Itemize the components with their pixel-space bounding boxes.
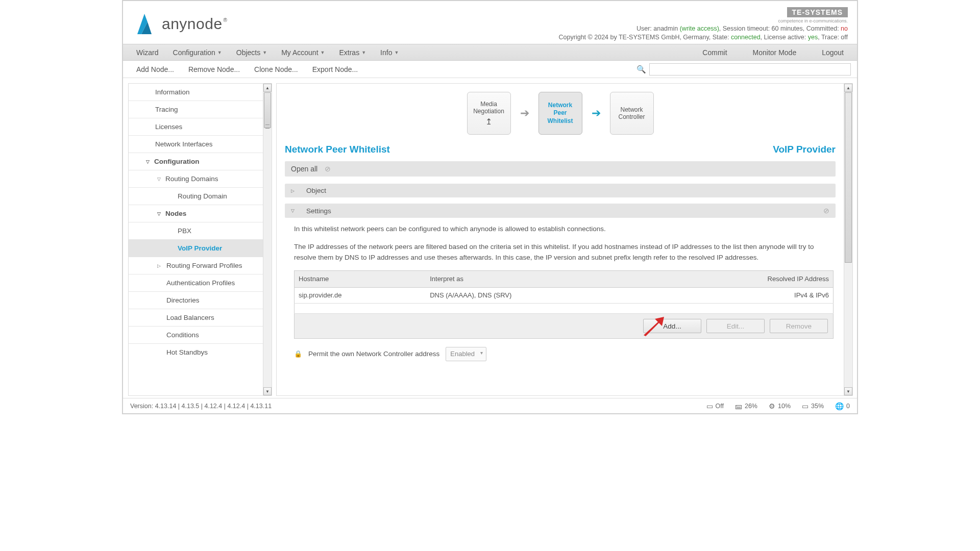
caret-down-icon: ▼ bbox=[262, 50, 267, 55]
edit-button[interactable]: Edit... bbox=[706, 319, 765, 333]
menu-my-account[interactable]: My Account▼ bbox=[274, 45, 332, 60]
flow-network-peer-whitelist[interactable]: Network Peer Whitelist bbox=[538, 92, 582, 135]
disabled-icon: ⊘ bbox=[325, 165, 331, 173]
status-hw: ▭Off bbox=[706, 402, 724, 410]
search-icon: 🔍 bbox=[636, 65, 646, 74]
menu-objects[interactable]: Objects▼ bbox=[229, 45, 274, 60]
lock-icon: 🔒 bbox=[294, 349, 302, 359]
caret-down-icon: ▼ bbox=[321, 50, 325, 55]
permit-select[interactable]: Enabled bbox=[446, 347, 486, 361]
col-resolved: Resolved IP Address bbox=[655, 270, 833, 287]
return-icon: ↥ bbox=[485, 117, 492, 127]
anynode-logo-icon bbox=[132, 10, 157, 39]
sidebar-item-licenses[interactable]: Licenses bbox=[129, 118, 263, 136]
sidebar-item-conditions[interactable]: Conditions bbox=[129, 327, 263, 344]
scroll-down-icon[interactable]: ▼ bbox=[844, 387, 852, 395]
page-subtitle: VoIP Provider bbox=[773, 144, 836, 155]
table-button-row: Add... Edit... Remove bbox=[294, 314, 834, 339]
sidebar-item-pbx[interactable]: PBX bbox=[129, 222, 263, 240]
whitelist-table: Hostname Interpret as Resolved IP Addres… bbox=[294, 270, 834, 314]
content-body: Information Tracing Licenses Network Int… bbox=[123, 78, 857, 398]
brand-logo: anynode® bbox=[132, 7, 226, 41]
vendor-tagline: competence in e-communications. bbox=[778, 18, 848, 23]
brand-name: anynode® bbox=[162, 15, 226, 33]
scroll-thumb[interactable] bbox=[264, 92, 271, 128]
sidebar-item-nodes[interactable]: ▽Nodes bbox=[129, 205, 263, 222]
vendor-logo: TE-SYSTEMS bbox=[787, 7, 848, 17]
copyright-line: Copyright © 2024 by TE-SYSTEMS GmbH, Ger… bbox=[559, 34, 848, 41]
sidebar-item-tracing[interactable]: Tracing bbox=[129, 101, 263, 118]
sidebar-item-network-interfaces[interactable]: Network Interfaces bbox=[129, 136, 263, 153]
sidebar-item-routing-forward-profiles[interactable]: ▷Routing Forward Profiles bbox=[129, 257, 263, 274]
remove-button[interactable]: Remove bbox=[770, 319, 828, 333]
sidebar-scrollbar[interactable]: ▲ ▼ bbox=[263, 84, 272, 395]
sidebar: Information Tracing Licenses Network Int… bbox=[128, 83, 272, 396]
scroll-up-icon[interactable]: ▲ bbox=[844, 84, 852, 92]
flow-media-negotiation[interactable]: Media Negotiation↥ bbox=[467, 92, 511, 135]
section-settings-header[interactable]: ▽ Settings ⊘ bbox=[285, 204, 836, 218]
main-panel: Media Negotiation↥ ➔ Network Peer Whitel… bbox=[276, 83, 853, 396]
open-all-bar[interactable]: Open all ⊘ bbox=[285, 161, 836, 177]
memory-icon: ▭ bbox=[802, 402, 808, 410]
triangle-right-icon: ▷ bbox=[291, 188, 296, 193]
flow-network-controller[interactable]: Network Controller bbox=[610, 92, 654, 135]
triangle-down-icon: ▽ bbox=[157, 211, 161, 216]
arrow-right-icon: ➔ bbox=[592, 107, 601, 120]
triangle-down-icon: ▽ bbox=[157, 177, 161, 182]
sidebar-item-hot-standbys[interactable]: Hot Standbys bbox=[129, 344, 263, 361]
caret-down-icon: ▼ bbox=[217, 50, 222, 55]
add-node-button[interactable]: Add Node... bbox=[129, 63, 181, 76]
col-interpret-as: Interpret as bbox=[426, 270, 655, 287]
status-net: 🌐0 bbox=[835, 402, 850, 410]
permit-row: 🔒 Permit the own Network Controller addr… bbox=[294, 347, 834, 361]
sidebar-item-routing-domain[interactable]: Routing Domain bbox=[129, 188, 263, 205]
card-icon: ▭ bbox=[706, 402, 713, 410]
node-toolbar: Add Node... Remove Node... Clone Node...… bbox=[123, 61, 857, 78]
remove-node-button[interactable]: Remove Node... bbox=[181, 63, 247, 76]
scroll-up-icon[interactable]: ▲ bbox=[263, 84, 272, 92]
disk-icon: 🖴 bbox=[735, 402, 742, 410]
settings-intro-2: The IP addresses of the network peers ar… bbox=[294, 242, 834, 263]
status-bar: Version: 4.13.14 | 4.13.5 | 4.12.4 | 4.1… bbox=[123, 398, 857, 413]
session-line: User: anadmin (write access), Session ti… bbox=[636, 25, 848, 32]
col-hostname: Hostname bbox=[295, 270, 426, 287]
disabled-icon: ⊘ bbox=[823, 207, 829, 215]
version-label: Version: 4.13.14 | 4.13.5 | 4.12.4 | 4.1… bbox=[130, 403, 272, 410]
triangle-down-icon: ▽ bbox=[291, 208, 296, 213]
section-object-header[interactable]: ▷ Object bbox=[285, 184, 836, 197]
sidebar-item-load-balancers[interactable]: Load Balancers bbox=[129, 309, 263, 327]
menu-extras[interactable]: Extras▼ bbox=[332, 45, 373, 60]
menu-configuration[interactable]: Configuration▼ bbox=[166, 45, 229, 60]
export-node-button[interactable]: Export Node... bbox=[305, 63, 365, 76]
main-scrollbar[interactable]: ▲ ▼ bbox=[844, 84, 852, 395]
sidebar-item-information[interactable]: Information bbox=[129, 84, 263, 101]
sidebar-item-voip-provider[interactable]: VoIP Provider bbox=[129, 240, 263, 257]
menu-logout[interactable]: Logout bbox=[815, 45, 851, 60]
triangle-right-icon: ▷ bbox=[157, 263, 161, 268]
header: anynode® TE-SYSTEMS competence in e-comm… bbox=[123, 1, 857, 44]
settings-intro-1: In this whitelist network peers can be c… bbox=[294, 224, 834, 235]
menu-info[interactable]: Info▼ bbox=[373, 45, 406, 60]
menu-commit[interactable]: Commit bbox=[695, 45, 734, 60]
table-row[interactable]: sip.provider.de DNS (A/AAAA), DNS (SRV) … bbox=[295, 287, 834, 303]
scroll-thumb[interactable] bbox=[845, 92, 852, 263]
menu-monitor-mode[interactable]: Monitor Mode bbox=[746, 45, 804, 60]
sidebar-item-auth-profiles[interactable]: Authentication Profiles bbox=[129, 274, 263, 292]
scroll-down-icon[interactable]: ▼ bbox=[263, 387, 272, 395]
sidebar-item-routing-domains[interactable]: ▽Routing Domains bbox=[129, 170, 263, 188]
network-icon: 🌐 bbox=[835, 402, 844, 410]
arrow-right-icon: ➔ bbox=[520, 107, 529, 120]
permit-label: Permit the own Network Controller addres… bbox=[308, 349, 439, 360]
main-menu: Wizard Configuration▼ Objects▼ My Accoun… bbox=[123, 44, 857, 61]
sidebar-item-directories[interactable]: Directories bbox=[129, 292, 263, 309]
status-mem: ▭35% bbox=[802, 402, 824, 410]
triangle-down-icon: ▽ bbox=[146, 159, 150, 164]
status-cpu: ⚙10% bbox=[769, 402, 791, 410]
status-disk: 🖴26% bbox=[735, 402, 757, 410]
menu-wizard[interactable]: Wizard bbox=[129, 45, 166, 60]
clone-node-button[interactable]: Clone Node... bbox=[247, 63, 305, 76]
search-input[interactable] bbox=[649, 63, 851, 76]
header-info: TE-SYSTEMS competence in e-communication… bbox=[559, 7, 848, 41]
add-button[interactable]: Add... bbox=[643, 319, 701, 333]
sidebar-item-configuration[interactable]: ▽Configuration bbox=[129, 153, 263, 170]
